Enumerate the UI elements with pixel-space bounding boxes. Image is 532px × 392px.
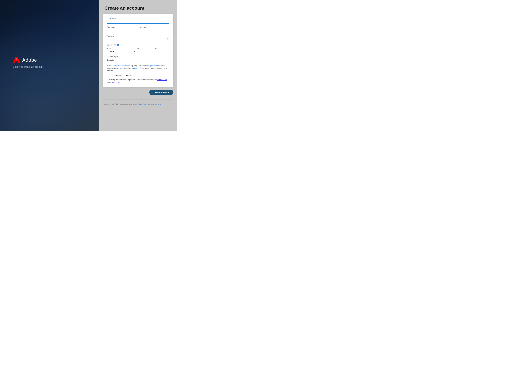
- contact-checkbox[interactable]: [107, 74, 109, 76]
- agreement-prefix: By clicking Create account, I agree that…: [107, 79, 157, 81]
- dob-label: Date of birth: [107, 44, 116, 46]
- privacy-text: The Adobe family of companies may keep m…: [107, 65, 169, 72]
- agreement-text: By clicking Create account, I agree that…: [107, 79, 169, 84]
- country-label: Country/Region: [107, 56, 169, 58]
- form-card: Email address First name Last name Passw…: [103, 14, 173, 87]
- country-select-wrapper: Canada United States United Kingdom Aust…: [107, 58, 169, 62]
- dob-label-row: Date of birth i: [107, 44, 169, 46]
- email-label: Email address: [107, 18, 169, 19]
- recaptcha-prefix: Protected by reCAPTCHA and subject to th…: [103, 103, 138, 105]
- adobe-family-link[interactable]: Adobe family of companies: [110, 65, 130, 67]
- recaptcha-and: and: [148, 103, 150, 105]
- lastname-col: Last name: [140, 26, 169, 32]
- firstname-label: First name: [107, 26, 137, 28]
- lastname-label: Last name: [140, 26, 169, 28]
- right-panel: Create an account Email address First na…: [99, 0, 177, 131]
- adobe-icon: [13, 57, 20, 63]
- divider: [103, 99, 173, 100]
- password-wrapper: [107, 37, 169, 41]
- password-group: Password: [107, 35, 169, 41]
- password-label: Password: [107, 35, 169, 37]
- month-wrapper: January February March April May June Ju…: [107, 50, 135, 53]
- privacy-policy-link[interactable]: Privacy Policy: [134, 67, 145, 69]
- create-account-button[interactable]: Create account: [149, 90, 173, 95]
- day-col: Day: [137, 47, 152, 53]
- year-input[interactable]: [154, 50, 169, 53]
- day-input[interactable]: [137, 50, 152, 53]
- personalized-link[interactable]: personalized: [150, 65, 160, 67]
- adobe-wordmark: Adobe: [22, 57, 37, 63]
- country-select[interactable]: Canada United States United Kingdom Aust…: [107, 58, 169, 62]
- year-label: Year: [154, 47, 169, 49]
- agreement-privacy-link[interactable]: Privacy Policy.: [110, 81, 121, 83]
- dob-info-icon[interactable]: i: [117, 44, 119, 46]
- email-group: Email address: [107, 18, 169, 23]
- month-label: Month: [107, 47, 135, 49]
- svg-point-3: [168, 38, 168, 39]
- month-select[interactable]: January February March April May June Ju…: [107, 50, 135, 53]
- recaptcha-text: Protected by reCAPTCHA and subject to th…: [103, 101, 173, 105]
- month-col: Month January February March April May J…: [107, 47, 135, 53]
- email-input[interactable]: [107, 20, 169, 23]
- recaptcha-privacy-link[interactable]: Privacy Policy: [138, 103, 147, 105]
- privacy-middle: may keep me informed with: [130, 65, 150, 67]
- checkbox-label: Please contact me via email: [111, 74, 132, 76]
- firstname-col: First name: [107, 26, 137, 32]
- checkbox-row: Please contact me via email: [107, 74, 169, 76]
- recaptcha-terms-link[interactable]: Terms of Service: [150, 103, 162, 105]
- adobe-logo: Adobe: [13, 57, 43, 63]
- year-col: Year: [154, 47, 169, 53]
- agreement-and: and: [107, 81, 110, 83]
- create-btn-wrapper: Create account: [103, 90, 173, 95]
- logo-area: Adobe Sign in or create an account: [13, 57, 43, 68]
- privacy-prefix: The: [107, 65, 110, 67]
- day-label: Day: [137, 47, 152, 49]
- page-title: Create an account: [104, 5, 145, 11]
- tagline: Sign in or create an account: [13, 65, 43, 68]
- terms-of-use-link[interactable]: Terms of Use: [157, 79, 167, 81]
- firstname-input[interactable]: [107, 29, 137, 32]
- dob-section: Date of birth i Month January February M…: [107, 44, 169, 53]
- lastname-input[interactable]: [140, 29, 169, 32]
- password-input[interactable]: [107, 37, 169, 41]
- toggle-password-icon[interactable]: [167, 37, 169, 40]
- name-row: First name Last name: [107, 26, 169, 32]
- dob-row: Month January February March April May J…: [107, 47, 169, 53]
- country-section: Country/Region Canada United States Unit…: [107, 56, 169, 62]
